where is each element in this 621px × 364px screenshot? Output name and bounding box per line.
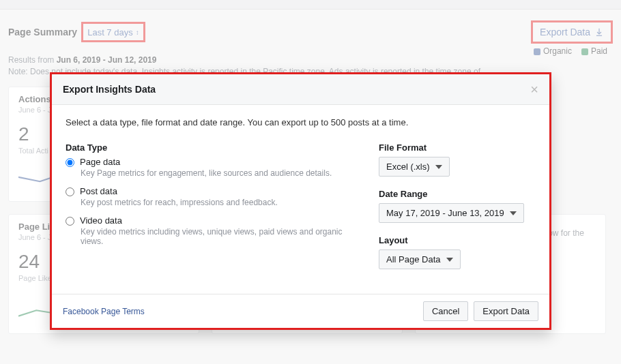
layout-dropdown[interactable]: All Page Data <box>379 249 461 269</box>
export-data-submit-button[interactable]: Export Data <box>474 301 538 321</box>
close-icon[interactable]: × <box>530 82 538 96</box>
chevron-down-icon <box>510 211 517 215</box>
radio-video-data-desc: Key video metrics including views, uniqu… <box>81 227 351 246</box>
date-range-dropdown[interactable]: May 17, 2019 - June 13, 2019 <box>379 203 524 223</box>
radio-post-data-desc: Key post metrics for reach, impressions … <box>81 198 351 207</box>
chevron-down-icon <box>435 165 442 169</box>
date-range-value: May 17, 2019 - June 13, 2019 <box>386 208 504 218</box>
file-format-title: File Format <box>379 142 536 153</box>
export-insights-modal: Export Insights Data × Select a data typ… <box>50 72 551 330</box>
layout-value: All Page Data <box>386 254 441 264</box>
file-format-value: Excel (.xls) <box>386 162 430 172</box>
file-format-dropdown[interactable]: Excel (.xls) <box>379 157 450 177</box>
radio-page-data-desc: Key Page metrics for engagement, like so… <box>81 168 351 178</box>
radio-video-data-input[interactable] <box>66 217 74 226</box>
radio-page-data-label: Page data <box>80 157 120 167</box>
radio-post-data-input[interactable] <box>66 187 74 196</box>
radio-page-data-input[interactable] <box>66 158 74 167</box>
radio-video-data[interactable]: Video data <box>66 215 351 226</box>
radio-page-data[interactable]: Page data <box>66 157 351 167</box>
modal-instructions: Select a data type, file format and date… <box>66 117 536 127</box>
date-range-title: Date Range <box>379 189 536 199</box>
radio-post-data[interactable]: Post data <box>66 186 351 196</box>
modal-title: Export Insights Data <box>63 84 156 95</box>
radio-post-data-label: Post data <box>80 186 117 196</box>
layout-title: Layout <box>379 235 536 245</box>
radio-video-data-label: Video data <box>80 215 122 226</box>
chevron-down-icon <box>446 258 453 262</box>
data-type-title: Data Type <box>66 142 351 153</box>
cancel-button[interactable]: Cancel <box>423 301 468 321</box>
facebook-page-terms-link[interactable]: Facebook Page Terms <box>63 307 145 316</box>
